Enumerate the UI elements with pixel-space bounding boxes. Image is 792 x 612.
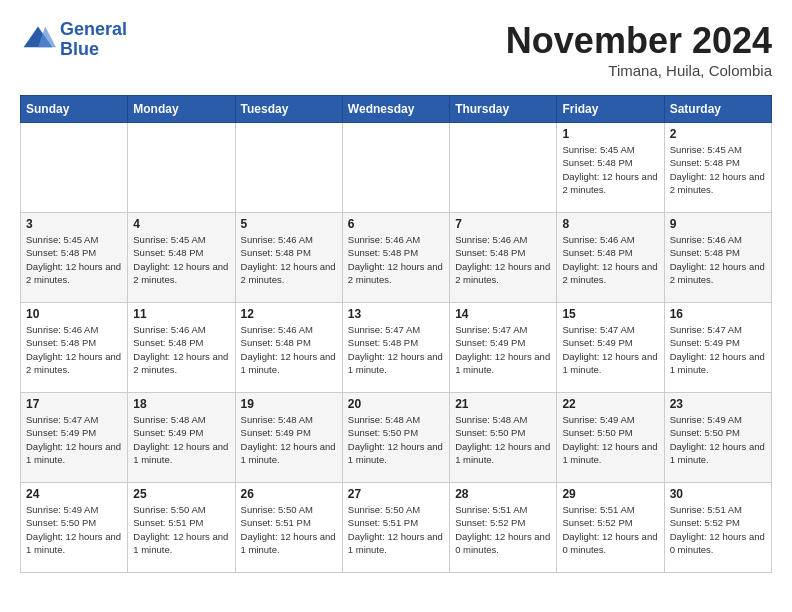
day-info: Sunrise: 5:45 AM Sunset: 5:48 PM Dayligh…: [26, 233, 122, 286]
calendar-cell: [21, 123, 128, 213]
calendar-week-row: 10Sunrise: 5:46 AM Sunset: 5:48 PM Dayli…: [21, 303, 772, 393]
day-number: 3: [26, 217, 122, 231]
weekday-header: Friday: [557, 96, 664, 123]
day-number: 2: [670, 127, 766, 141]
logo-icon: [20, 22, 56, 58]
day-info: Sunrise: 5:51 AM Sunset: 5:52 PM Dayligh…: [562, 503, 658, 556]
day-info: Sunrise: 5:47 AM Sunset: 5:49 PM Dayligh…: [670, 323, 766, 376]
day-number: 5: [241, 217, 337, 231]
day-info: Sunrise: 5:47 AM Sunset: 5:48 PM Dayligh…: [348, 323, 444, 376]
calendar-cell: [450, 123, 557, 213]
day-info: Sunrise: 5:48 AM Sunset: 5:50 PM Dayligh…: [455, 413, 551, 466]
day-number: 28: [455, 487, 551, 501]
day-info: Sunrise: 5:45 AM Sunset: 5:48 PM Dayligh…: [133, 233, 229, 286]
calendar-cell: 26Sunrise: 5:50 AM Sunset: 5:51 PM Dayli…: [235, 483, 342, 573]
calendar-cell: 17Sunrise: 5:47 AM Sunset: 5:49 PM Dayli…: [21, 393, 128, 483]
day-info: Sunrise: 5:49 AM Sunset: 5:50 PM Dayligh…: [562, 413, 658, 466]
day-number: 19: [241, 397, 337, 411]
day-info: Sunrise: 5:46 AM Sunset: 5:48 PM Dayligh…: [562, 233, 658, 286]
weekday-header-row: SundayMondayTuesdayWednesdayThursdayFrid…: [21, 96, 772, 123]
title-block: November 2024 Timana, Huila, Colombia: [506, 20, 772, 79]
day-info: Sunrise: 5:47 AM Sunset: 5:49 PM Dayligh…: [455, 323, 551, 376]
day-number: 4: [133, 217, 229, 231]
calendar-header: SundayMondayTuesdayWednesdayThursdayFrid…: [21, 96, 772, 123]
calendar-cell: 8Sunrise: 5:46 AM Sunset: 5:48 PM Daylig…: [557, 213, 664, 303]
location-subtitle: Timana, Huila, Colombia: [506, 62, 772, 79]
day-info: Sunrise: 5:46 AM Sunset: 5:48 PM Dayligh…: [455, 233, 551, 286]
day-number: 20: [348, 397, 444, 411]
day-number: 7: [455, 217, 551, 231]
page-header: General Blue November 2024 Timana, Huila…: [20, 20, 772, 79]
day-info: Sunrise: 5:48 AM Sunset: 5:49 PM Dayligh…: [241, 413, 337, 466]
calendar-cell: 30Sunrise: 5:51 AM Sunset: 5:52 PM Dayli…: [664, 483, 771, 573]
calendar-week-row: 1Sunrise: 5:45 AM Sunset: 5:48 PM Daylig…: [21, 123, 772, 213]
day-info: Sunrise: 5:49 AM Sunset: 5:50 PM Dayligh…: [26, 503, 122, 556]
calendar-cell: 22Sunrise: 5:49 AM Sunset: 5:50 PM Dayli…: [557, 393, 664, 483]
calendar-cell: 18Sunrise: 5:48 AM Sunset: 5:49 PM Dayli…: [128, 393, 235, 483]
weekday-header: Sunday: [21, 96, 128, 123]
day-number: 21: [455, 397, 551, 411]
calendar-cell: 27Sunrise: 5:50 AM Sunset: 5:51 PM Dayli…: [342, 483, 449, 573]
day-number: 15: [562, 307, 658, 321]
day-info: Sunrise: 5:50 AM Sunset: 5:51 PM Dayligh…: [133, 503, 229, 556]
calendar-cell: 24Sunrise: 5:49 AM Sunset: 5:50 PM Dayli…: [21, 483, 128, 573]
day-info: Sunrise: 5:51 AM Sunset: 5:52 PM Dayligh…: [455, 503, 551, 556]
month-title: November 2024: [506, 20, 772, 62]
day-number: 16: [670, 307, 766, 321]
calendar-cell: 4Sunrise: 5:45 AM Sunset: 5:48 PM Daylig…: [128, 213, 235, 303]
calendar-cell: 7Sunrise: 5:46 AM Sunset: 5:48 PM Daylig…: [450, 213, 557, 303]
day-number: 8: [562, 217, 658, 231]
calendar-cell: 28Sunrise: 5:51 AM Sunset: 5:52 PM Dayli…: [450, 483, 557, 573]
day-number: 27: [348, 487, 444, 501]
calendar-cell: 23Sunrise: 5:49 AM Sunset: 5:50 PM Dayli…: [664, 393, 771, 483]
day-info: Sunrise: 5:46 AM Sunset: 5:48 PM Dayligh…: [241, 233, 337, 286]
calendar-cell: 9Sunrise: 5:46 AM Sunset: 5:48 PM Daylig…: [664, 213, 771, 303]
calendar-cell: 16Sunrise: 5:47 AM Sunset: 5:49 PM Dayli…: [664, 303, 771, 393]
day-info: Sunrise: 5:48 AM Sunset: 5:50 PM Dayligh…: [348, 413, 444, 466]
day-info: Sunrise: 5:45 AM Sunset: 5:48 PM Dayligh…: [670, 143, 766, 196]
calendar-cell: 1Sunrise: 5:45 AM Sunset: 5:48 PM Daylig…: [557, 123, 664, 213]
calendar-cell: [235, 123, 342, 213]
weekday-header: Thursday: [450, 96, 557, 123]
day-number: 17: [26, 397, 122, 411]
day-info: Sunrise: 5:46 AM Sunset: 5:48 PM Dayligh…: [348, 233, 444, 286]
logo-line2: Blue: [60, 40, 127, 60]
calendar-cell: 29Sunrise: 5:51 AM Sunset: 5:52 PM Dayli…: [557, 483, 664, 573]
weekday-header: Monday: [128, 96, 235, 123]
calendar-cell: [128, 123, 235, 213]
day-info: Sunrise: 5:46 AM Sunset: 5:48 PM Dayligh…: [670, 233, 766, 286]
calendar-cell: 25Sunrise: 5:50 AM Sunset: 5:51 PM Dayli…: [128, 483, 235, 573]
calendar-cell: 5Sunrise: 5:46 AM Sunset: 5:48 PM Daylig…: [235, 213, 342, 303]
day-info: Sunrise: 5:46 AM Sunset: 5:48 PM Dayligh…: [133, 323, 229, 376]
calendar-cell: 12Sunrise: 5:46 AM Sunset: 5:48 PM Dayli…: [235, 303, 342, 393]
calendar-cell: 3Sunrise: 5:45 AM Sunset: 5:48 PM Daylig…: [21, 213, 128, 303]
day-number: 25: [133, 487, 229, 501]
day-number: 13: [348, 307, 444, 321]
day-number: 11: [133, 307, 229, 321]
calendar-cell: 6Sunrise: 5:46 AM Sunset: 5:48 PM Daylig…: [342, 213, 449, 303]
day-info: Sunrise: 5:46 AM Sunset: 5:48 PM Dayligh…: [26, 323, 122, 376]
day-number: 22: [562, 397, 658, 411]
day-number: 6: [348, 217, 444, 231]
day-info: Sunrise: 5:51 AM Sunset: 5:52 PM Dayligh…: [670, 503, 766, 556]
day-info: Sunrise: 5:45 AM Sunset: 5:48 PM Dayligh…: [562, 143, 658, 196]
logo-text: General Blue: [60, 20, 127, 60]
day-info: Sunrise: 5:46 AM Sunset: 5:48 PM Dayligh…: [241, 323, 337, 376]
day-info: Sunrise: 5:50 AM Sunset: 5:51 PM Dayligh…: [241, 503, 337, 556]
day-info: Sunrise: 5:49 AM Sunset: 5:50 PM Dayligh…: [670, 413, 766, 466]
day-info: Sunrise: 5:47 AM Sunset: 5:49 PM Dayligh…: [562, 323, 658, 376]
calendar-body: 1Sunrise: 5:45 AM Sunset: 5:48 PM Daylig…: [21, 123, 772, 573]
weekday-header: Tuesday: [235, 96, 342, 123]
calendar-cell: [342, 123, 449, 213]
calendar-week-row: 24Sunrise: 5:49 AM Sunset: 5:50 PM Dayli…: [21, 483, 772, 573]
day-number: 24: [26, 487, 122, 501]
day-number: 30: [670, 487, 766, 501]
day-number: 26: [241, 487, 337, 501]
calendar-cell: 11Sunrise: 5:46 AM Sunset: 5:48 PM Dayli…: [128, 303, 235, 393]
day-number: 18: [133, 397, 229, 411]
day-info: Sunrise: 5:47 AM Sunset: 5:49 PM Dayligh…: [26, 413, 122, 466]
calendar-cell: 2Sunrise: 5:45 AM Sunset: 5:48 PM Daylig…: [664, 123, 771, 213]
calendar-week-row: 3Sunrise: 5:45 AM Sunset: 5:48 PM Daylig…: [21, 213, 772, 303]
day-number: 9: [670, 217, 766, 231]
calendar-cell: 21Sunrise: 5:48 AM Sunset: 5:50 PM Dayli…: [450, 393, 557, 483]
